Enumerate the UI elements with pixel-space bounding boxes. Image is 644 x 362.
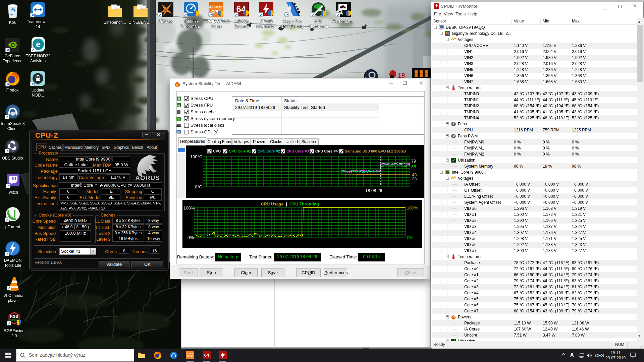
svg-text:RGB: RGB bbox=[10, 314, 18, 318]
svg-text:e: e bbox=[36, 39, 41, 49]
svg-text:19: 19 bbox=[398, 72, 405, 78]
svg-text:AORUS: AORUS bbox=[135, 174, 160, 181]
svg-text:AORUS: AORUS bbox=[209, 5, 222, 9]
